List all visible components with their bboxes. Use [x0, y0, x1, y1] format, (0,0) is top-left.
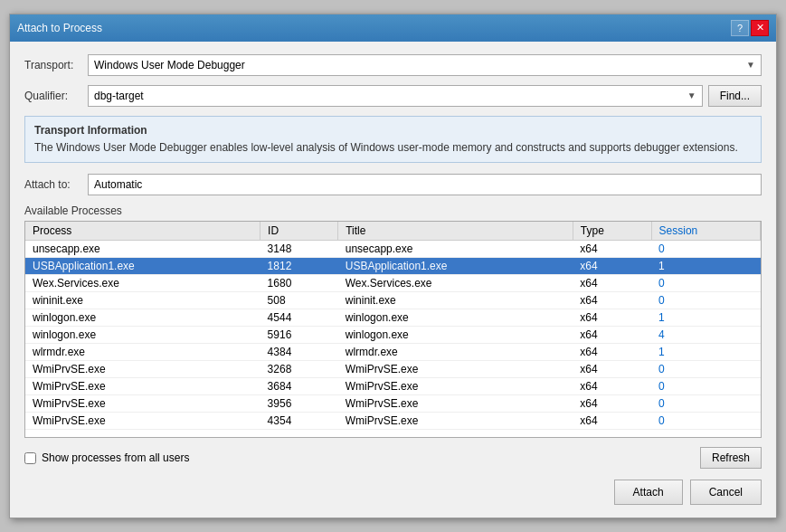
table-row[interactable]: WmiPrvSE.exe 3956 WmiPrvSE.exe x64 0	[25, 395, 761, 413]
table-row[interactable]: wlrmdr.exe 4384 wlrmdr.exe x64 1	[25, 344, 761, 361]
table-row[interactable]: Wex.Services.exe 1680 Wex.Services.exe x…	[25, 275, 761, 292]
process-session: 0	[651, 361, 760, 378]
process-name: wlrmdr.exe	[25, 344, 260, 361]
process-id: 508	[260, 292, 338, 309]
attach-to-input[interactable]	[88, 174, 762, 195]
process-table-container[interactable]: Process ID Title Type Session unsecapp.e…	[24, 221, 762, 438]
process-title: WmiPrvSE.exe	[338, 361, 573, 378]
qualifier-control: dbg-target ▼ Find...	[88, 85, 762, 107]
table-row[interactable]: winlogon.exe 4544 winlogon.exe x64 1	[25, 309, 761, 327]
process-id: 3956	[260, 395, 338, 413]
process-title: WmiPrvSE.exe	[338, 378, 573, 395]
qualifier-dropdown[interactable]: dbg-target ▼	[88, 85, 703, 107]
available-processes-label: Available Processes	[24, 204, 762, 217]
table-row[interactable]: WmiPrvSE.exe 3268 WmiPrvSE.exe x64 0	[25, 361, 761, 378]
process-name: WmiPrvSE.exe	[25, 378, 260, 395]
process-type: x64	[573, 292, 651, 309]
process-type: x64	[573, 378, 651, 395]
process-title: WmiPrvSE.exe	[338, 413, 573, 430]
process-type: x64	[573, 395, 651, 413]
process-id: 3268	[260, 361, 338, 378]
col-id: ID	[260, 222, 338, 241]
process-title: winlogon.exe	[338, 309, 573, 327]
close-button[interactable]: ✕	[751, 20, 769, 36]
process-id: 3148	[260, 241, 338, 258]
action-buttons: Attach Cancel	[24, 480, 762, 505]
attach-to-process-dialog: Attach to Process ? ✕ Transport: Windows…	[9, 14, 777, 519]
process-id: 4354	[260, 413, 338, 430]
transport-info-box: Transport Information The Windows User M…	[24, 116, 762, 164]
qualifier-dropdown-value: dbg-target	[94, 90, 144, 102]
attach-to-row: Attach to:	[24, 174, 762, 195]
transport-info-text: The Windows User Mode Debugger enables l…	[34, 140, 752, 156]
process-name: winlogon.exe	[25, 309, 260, 327]
process-id: 3684	[260, 378, 338, 395]
process-session: 4	[651, 327, 760, 344]
process-name: unsecapp.exe	[25, 241, 260, 258]
process-session: 0	[651, 413, 760, 430]
process-table: Process ID Title Type Session unsecapp.e…	[25, 222, 761, 430]
process-session: 1	[651, 344, 760, 361]
process-type: x64	[573, 309, 651, 327]
process-title: USBApplication1.exe	[338, 258, 573, 275]
process-title: WmiPrvSE.exe	[338, 395, 573, 413]
process-type: x64	[573, 258, 651, 275]
table-row[interactable]: WmiPrvSE.exe 4354 WmiPrvSE.exe x64 0	[25, 413, 761, 430]
transport-dropdown-value: Windows User Mode Debugger	[94, 59, 245, 71]
show-all-users-wrap: Show processes from all users	[24, 451, 189, 464]
table-row[interactable]: unsecapp.exe 3148 unsecapp.exe x64 0	[25, 241, 761, 258]
help-button[interactable]: ?	[731, 20, 749, 36]
process-id: 4544	[260, 309, 338, 327]
process-id: 4384	[260, 344, 338, 361]
process-table-body: unsecapp.exe 3148 unsecapp.exe x64 0 USB…	[25, 241, 761, 430]
attach-button[interactable]: Attach	[614, 480, 683, 505]
table-row[interactable]: winlogon.exe 5916 winlogon.exe x64 4	[25, 327, 761, 344]
process-name: WmiPrvSE.exe	[25, 395, 260, 413]
process-id: 1680	[260, 275, 338, 292]
process-session: 1	[651, 258, 760, 275]
transport-label: Transport:	[24, 59, 88, 71]
process-session: 0	[651, 378, 760, 395]
process-name: wininit.exe	[25, 292, 260, 309]
process-session: 0	[651, 241, 760, 258]
process-type: x64	[573, 361, 651, 378]
cancel-button[interactable]: Cancel	[690, 480, 762, 505]
footer-row: Show processes from all users Refresh	[24, 447, 762, 469]
process-session: 1	[651, 309, 760, 327]
dialog-body: Transport: Windows User Mode Debugger ▼ …	[10, 42, 776, 518]
qualifier-dropdown-arrow: ▼	[687, 90, 696, 100]
table-row[interactable]: wininit.exe 508 wininit.exe x64 0	[25, 292, 761, 309]
transport-control: Windows User Mode Debugger ▼	[88, 54, 762, 76]
transport-dropdown-arrow: ▼	[746, 60, 755, 70]
process-name: Wex.Services.exe	[25, 275, 260, 292]
col-type: Type	[573, 222, 651, 241]
process-type: x64	[573, 275, 651, 292]
process-session: 0	[651, 395, 760, 413]
find-button[interactable]: Find...	[708, 85, 762, 107]
table-row[interactable]: USBApplication1.exe 1812 USBApplication1…	[25, 258, 761, 275]
table-row[interactable]: WmiPrvSE.exe 3684 WmiPrvSE.exe x64 0	[25, 378, 761, 395]
process-title: winlogon.exe	[338, 327, 573, 344]
qualifier-row: Qualifier: dbg-target ▼ Find...	[24, 85, 762, 107]
process-name: WmiPrvSE.exe	[25, 413, 260, 430]
process-title: wininit.exe	[338, 292, 573, 309]
process-title: wlrmdr.exe	[338, 344, 573, 361]
title-bar: Attach to Process ? ✕	[10, 14, 776, 42]
transport-row: Transport: Windows User Mode Debugger ▼	[24, 54, 762, 76]
refresh-button[interactable]: Refresh	[700, 447, 762, 469]
process-id: 5916	[260, 327, 338, 344]
col-session: Session	[651, 222, 760, 241]
process-table-header: Process ID Title Type Session	[25, 222, 761, 241]
process-type: x64	[573, 327, 651, 344]
col-title: Title	[338, 222, 573, 241]
transport-info-title: Transport Information	[34, 124, 752, 137]
qualifier-label: Qualifier:	[24, 90, 88, 102]
process-name: winlogon.exe	[25, 327, 260, 344]
dialog-title: Attach to Process	[17, 22, 102, 34]
process-name: USBApplication1.exe	[25, 258, 260, 275]
process-name: WmiPrvSE.exe	[25, 361, 260, 378]
attach-to-label: Attach to:	[24, 178, 88, 191]
transport-dropdown[interactable]: Windows User Mode Debugger ▼	[88, 54, 762, 76]
process-type: x64	[573, 344, 651, 361]
show-all-users-checkbox[interactable]	[24, 452, 36, 464]
